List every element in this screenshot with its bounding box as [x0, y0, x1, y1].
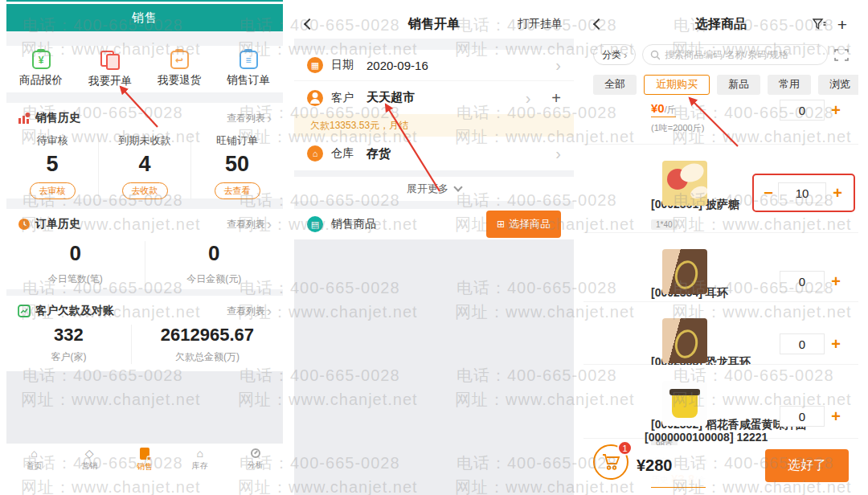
- minus-icon[interactable]: −: [759, 185, 778, 201]
- covered-list-item-title: [0000000100008] 12221: [645, 431, 768, 444]
- search-box[interactable]: [642, 44, 828, 65]
- sales-order-icon: ≡: [240, 51, 258, 69]
- open-draft-button[interactable]: 打开挂单: [518, 17, 563, 31]
- quick-action-return[interactable]: ↩ 我要退货: [145, 46, 214, 92]
- confirm-button[interactable]: 选好了: [765, 449, 849, 482]
- go-collect-button[interactable]: 去收款: [122, 182, 168, 199]
- today-amount-stat: 0 今日金额(元): [145, 241, 284, 286]
- chevron-right-icon: ›: [267, 304, 272, 318]
- goods-header: 选择商品 +: [583, 10, 858, 39]
- goods-section-row: ▤ 销售商品 ⊞ 选择商品: [294, 209, 574, 239]
- list-item-pizza-candy: [0002361] 披萨糖 1*40 现存0可用0 历史 ¥28/袋 (1件=4…: [583, 145, 858, 233]
- order-header: 销售开单 打开挂单: [294, 10, 574, 39]
- chevron-right-icon: ›: [267, 111, 272, 125]
- barcode-scan-icon[interactable]: [834, 49, 849, 61]
- tab-inventory[interactable]: ⌂ 库存: [172, 444, 227, 476]
- bottom-tab-bar: ⌂ 首页 ◇ 营销 ★ 销售 ⌂ 库存 分析: [6, 444, 283, 476]
- marketing-icon: ◇: [85, 448, 94, 459]
- tab-recent-purchase[interactable]: 近期购买: [644, 75, 710, 95]
- list-item-partial: ¥0/斤 (1吨=2000斤) 0 +: [583, 98, 858, 145]
- product-image: [662, 381, 707, 426]
- create-order-icon: [100, 51, 120, 70]
- section-title: 销售历史: [35, 111, 80, 125]
- quantity-stepper: 0 +: [780, 333, 847, 354]
- warehouse-value: 存货: [366, 146, 391, 162]
- tab-browse[interactable]: 浏览: [818, 75, 858, 95]
- tab-all[interactable]: 全部: [593, 75, 637, 95]
- order-history-card: 订单历史 查看列表› 0 今日笔数(笔) 0 今日金额(元): [6, 209, 283, 289]
- add-goods-icon: ⊞: [497, 219, 505, 229]
- tab-analysis[interactable]: 分析: [227, 444, 283, 476]
- date-row[interactable]: ▦ 日期 2020-09-16 ›: [294, 50, 574, 80]
- goods-list: ¥0/斤 (1吨=2000斤) 0 + [0002361] 披萨糖 1*40 现…: [583, 98, 858, 439]
- customer-debt-card: 客户欠款及对账 查看列表› 332 客户(家) 2612965.67 欠款总金额…: [6, 296, 283, 371]
- quick-action-quote[interactable]: ¥ 商品报价: [6, 46, 76, 92]
- quick-actions: ¥ 商品报价 我要开单 ↩ 我要退货 ≡ 销售订单: [6, 46, 283, 92]
- product-image: [662, 161, 707, 206]
- search-bar: 分类 ›: [583, 39, 858, 71]
- quantity-value[interactable]: 0: [780, 100, 825, 121]
- category-button[interactable]: 分类 ›: [593, 44, 636, 65]
- quantity-stepper: 0 +: [780, 271, 847, 292]
- filter-icon[interactable]: [813, 18, 826, 31]
- section-title: 订单历史: [35, 217, 80, 231]
- plus-icon[interactable]: +: [825, 102, 847, 118]
- today-count-stat: 0 今日笔数(笔): [6, 241, 145, 286]
- plus-icon[interactable]: +: [826, 185, 849, 201]
- quantity-value[interactable]: 0: [780, 271, 825, 292]
- analysis-icon: [251, 448, 260, 458]
- quote-icon: ¥: [32, 51, 51, 69]
- sales-home-panel: 销售 ¥ 商品报价 我要开单 ↩ 我要退货 ≡ 销售订单 销售历史 查看列表› …: [6, 0, 283, 495]
- tab-common[interactable]: 常用: [768, 75, 811, 95]
- go-review-button[interactable]: 去审核: [30, 182, 76, 199]
- shop-orders-stat: 旺铺订单 50 去查看: [190, 133, 283, 199]
- clock-icon: [18, 218, 31, 231]
- chevron-right-icon: ›: [555, 57, 561, 73]
- chevron-right-icon: ›: [267, 217, 272, 231]
- quantity-stepper: 0 +: [780, 100, 847, 121]
- highlight-box: − 10 +: [752, 174, 855, 212]
- search-input[interactable]: [665, 49, 820, 60]
- cart-footer: 1 ¥280 选好了: [583, 445, 858, 485]
- list-item-noodles: [0002352] 稻花香咸蛋黄味拌面 98克 现存0可用0 历史 ¥3.8/盒…: [583, 365, 858, 439]
- goods-icon: ▤: [307, 216, 323, 232]
- warehouse-row[interactable]: ⌂ 仓库 存货 ›: [294, 137, 574, 170]
- plus-icon[interactable]: +: [825, 336, 847, 352]
- quantity-value[interactable]: 10: [778, 182, 826, 203]
- sales-doc-icon: ★: [140, 448, 149, 460]
- chevron-right-icon: ›: [624, 50, 627, 60]
- tab-new[interactable]: 新品: [717, 75, 760, 95]
- sales-history-card: 销售历史 查看列表› 待审核 5 去审核 到期未收款 4 去收款 旺铺订单 50…: [6, 103, 283, 198]
- customer-count-stat: 332 客户(家): [6, 325, 131, 364]
- tab-home[interactable]: ⌂ 首页: [6, 444, 62, 476]
- quantity-value[interactable]: 0: [780, 333, 825, 354]
- view-list-link[interactable]: 查看列表›: [227, 111, 272, 125]
- debt-notice-banner: 欠款13353.53元，月结: [294, 114, 574, 137]
- home-icon: ⌂: [31, 448, 37, 459]
- date-value: 2020-09-16: [366, 59, 428, 72]
- pending-review-stat: 待审核 5 去审核: [6, 133, 98, 199]
- customer-icon: [307, 90, 323, 106]
- plus-icon[interactable]: +: [825, 408, 847, 424]
- add-goods-icon[interactable]: +: [837, 16, 847, 33]
- customer-row[interactable]: 客户 天天超市 › +: [294, 80, 574, 114]
- product-image: [662, 249, 707, 294]
- calendar-icon: ▦: [307, 57, 323, 73]
- go-view-button[interactable]: 去查看: [215, 182, 260, 199]
- tab-marketing[interactable]: ◇ 营销: [62, 444, 117, 476]
- quick-action-create-order[interactable]: 我要开单: [76, 46, 145, 92]
- cart-icon[interactable]: 1: [593, 444, 628, 480]
- spec-tag: 1*40: [651, 219, 678, 230]
- quantity-value[interactable]: 0: [780, 406, 825, 427]
- view-list-link[interactable]: 查看列表›: [227, 217, 272, 231]
- cart-badge: 1: [617, 440, 633, 456]
- select-goods-button[interactable]: ⊞ 选择商品: [486, 211, 561, 238]
- view-list-link[interactable]: 查看列表›: [227, 304, 272, 318]
- bar-chart-icon: [18, 112, 31, 125]
- add-customer-icon[interactable]: +: [551, 90, 561, 106]
- expand-more-button[interactable]: 展开更多: [294, 177, 574, 201]
- chevron-right-icon: ›: [526, 90, 531, 106]
- plus-icon[interactable]: +: [825, 273, 847, 289]
- quick-action-sales-orders[interactable]: ≡ 销售订单: [214, 46, 283, 92]
- tab-sales[interactable]: ★ 销售: [117, 444, 173, 476]
